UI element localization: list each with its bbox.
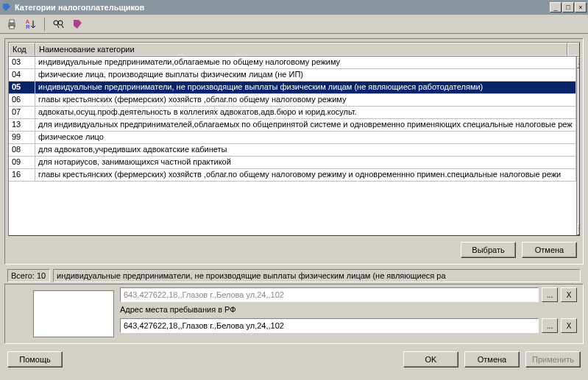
svg-point-5 [54, 21, 58, 25]
cell-name: индивидуальные предприниматели,облагаемы… [35, 57, 576, 68]
cell-code: 05 [9, 82, 35, 93]
apply-button[interactable]: Применить [525, 351, 581, 368]
main-panel: Код Наименование категории 03индивидуаль… [4, 38, 584, 265]
thumbnail-box [33, 290, 114, 337]
toolbar-separator [44, 18, 45, 31]
minimize-button[interactable]: _ [550, 2, 562, 12]
cancel-button[interactable]: Отмена [522, 242, 577, 258]
cell-name: для индивидуальных предпринимателей,обла… [35, 119, 576, 131]
cell-name: физическое лицо [35, 132, 576, 143]
app-icon [1, 2, 12, 12]
clear-button-2[interactable]: X [561, 318, 577, 333]
table-row[interactable]: 05индивидуальные предприниматели, не про… [9, 82, 576, 94]
status-row: Всего: 10 индивидуальные предприниматели… [0, 269, 588, 284]
cancel-button-bottom[interactable]: Отмена [464, 351, 520, 368]
toolbar: АЯ [0, 15, 588, 34]
help-icon[interactable] [70, 17, 85, 32]
cell-name: индивидуальные предприниматели, не произ… [35, 82, 576, 93]
cell-name: главы крестьянских (фермерских) хозяйств… [35, 94, 576, 106]
table-header: Код Наименование категории [9, 43, 579, 57]
clear-button-1[interactable]: X [561, 287, 577, 302]
select-button[interactable]: Выбрать [461, 242, 516, 258]
cell-code: 08 [9, 144, 35, 156]
search-icon[interactable] [51, 17, 65, 32]
vertical-scrollbar[interactable]: ▲ ▼ [576, 57, 579, 235]
cell-name: для адвокатов,учредивших адвокатские каб… [35, 144, 576, 156]
maximize-button[interactable]: □ [562, 2, 574, 12]
table-row[interactable]: 03индивидуальные предприниматели,облагае… [9, 57, 576, 69]
svg-rect-2 [10, 26, 14, 29]
column-header-name[interactable]: Наименование категории [35, 43, 567, 56]
scroll-down-button[interactable]: ▼ [577, 223, 579, 235]
svg-text:Я: Я [26, 24, 29, 29]
bottom-bar: Помощь OK Отмена Применить [0, 344, 588, 375]
close-button[interactable]: × [575, 2, 587, 12]
sort-icon[interactable]: АЯ [24, 17, 38, 32]
table-row[interactable]: 07адвокаты,осущ.проф.деятельность в колл… [9, 107, 576, 119]
status-detail: индивидуальные предприниматели, не произ… [53, 269, 581, 282]
scroll-track[interactable] [577, 68, 579, 223]
cell-name: адвокаты,осущ.проф.деятельность в коллег… [35, 107, 576, 118]
address-label: Адрес места пребывания в РФ [120, 305, 577, 315]
table-row[interactable]: 08для адвокатов,учредивших адвокатские к… [9, 144, 576, 157]
svg-point-6 [58, 21, 63, 25]
scrollbar-corner [567, 43, 579, 56]
table-row[interactable]: 06главы крестьянских (фермерских) хозяйс… [9, 94, 576, 107]
cell-name: главы крестьянских (фермерских) хозяйств… [35, 169, 576, 181]
lower-panel: ... X Адрес места пребывания в РФ ... X [4, 284, 584, 344]
category-table: Код Наименование категории 03индивидуаль… [8, 42, 580, 236]
cell-code: 99 [9, 132, 35, 143]
svg-line-8 [62, 25, 63, 28]
help-button[interactable]: Помощь [7, 351, 63, 368]
browse-button-1[interactable]: ... [542, 287, 558, 302]
address-input[interactable] [120, 318, 539, 333]
table-row[interactable]: 16главы крестьянских (фермерских) хозяйс… [9, 169, 576, 182]
svg-rect-1 [10, 20, 14, 23]
cell-code: 06 [9, 94, 35, 106]
table-row[interactable]: 13для индивидуальных предпринимателей,об… [9, 119, 576, 132]
table-row[interactable]: 04физические лица, производящие выплаты … [9, 69, 576, 82]
cell-name: для нотариусов, занимающихся частной пра… [35, 157, 576, 168]
cell-code: 07 [9, 107, 35, 118]
table-row[interactable]: 99физическое лицо [9, 132, 576, 144]
cell-code: 13 [9, 119, 35, 131]
cell-code: 03 [9, 57, 35, 68]
status-total: Всего: 10 [7, 269, 50, 282]
titlebar: Категории налогоплательщиков _ □ × [0, 0, 588, 15]
column-header-code[interactable]: Код [9, 43, 35, 56]
cell-code: 16 [9, 169, 35, 181]
ok-button[interactable]: OK [403, 351, 458, 368]
cell-code: 04 [9, 69, 35, 81]
table-row[interactable]: 09для нотариусов, занимающихся частной п… [9, 157, 576, 169]
window-title: Категории налогоплательщиков [15, 3, 550, 12]
cell-code: 09 [9, 157, 35, 168]
browse-button-2[interactable]: ... [542, 318, 558, 333]
svg-line-7 [57, 25, 59, 28]
svg-text:А: А [26, 19, 29, 24]
cell-name: физические лица, производящие выплаты фи… [35, 69, 576, 81]
table-rows: 03индивидуальные предприниматели,облагае… [9, 57, 576, 235]
print-icon[interactable] [4, 17, 19, 32]
partial-address-input[interactable] [120, 287, 539, 302]
scroll-up-button[interactable]: ▲ [577, 57, 579, 68]
